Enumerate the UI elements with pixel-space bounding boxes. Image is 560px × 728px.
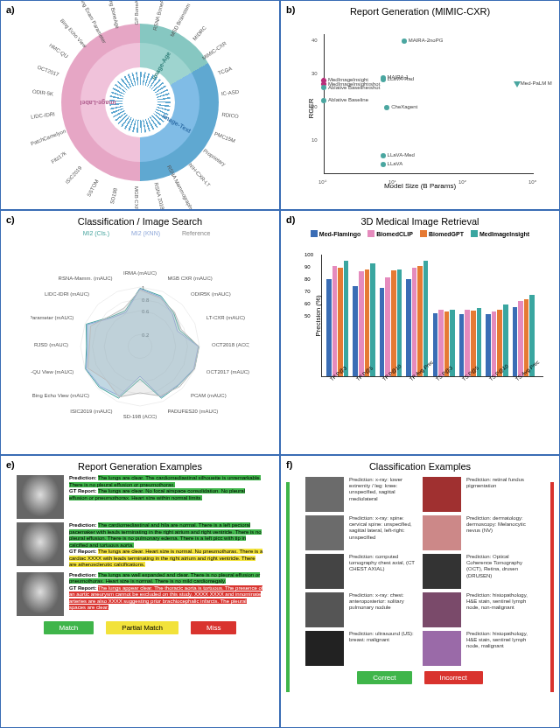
figure-grid: a) Image-AgeImage-TextImage-Label GP Bon…: [0, 0, 560, 728]
svg-text:RJSD (mAUC): RJSD (mAUC): [34, 342, 68, 347]
bar: [359, 271, 364, 376]
svg-text:HMC-QU View (mAUC): HMC-QU View (mAUC): [31, 369, 74, 374]
panel-c-legend: MI2 (Cls.) MI2 (KNN) Reference: [6, 230, 274, 236]
scatter-point: [381, 153, 386, 158]
bar: [417, 266, 423, 376]
scatter-point: [384, 105, 389, 110]
incorrect-bar: [550, 482, 554, 692]
sunburst-dataset-label: ODIR-5K: [32, 89, 53, 97]
radar-chart: 0.20.60.81IRMA (mAUC)MGB CXR (mAUC)ODIR5…: [31, 252, 249, 436]
panel-c: c) Classification / Image Search MI2 (Cl…: [0, 210, 280, 455]
cls-thumbnail: [305, 631, 344, 666]
panel-b-title: Report Generation (MIMIC-CXR): [286, 6, 554, 17]
svg-text:PCAM (mAUC): PCAM (mAUC): [191, 393, 227, 398]
scatter-point: [321, 98, 326, 103]
svg-text:OCT2017 (mAUC): OCT2017 (mAUC): [206, 369, 249, 374]
bar: [486, 314, 491, 376]
bar: [370, 263, 375, 376]
bar: [380, 288, 385, 376]
bar: [424, 261, 429, 376]
panel-b: b) Report Generation (MIMIC-CXR) Model S…: [280, 0, 560, 210]
legend-match: Match: [44, 621, 94, 634]
y-tick: 40: [312, 38, 318, 43]
panel-e-title: Report Generation Examples: [6, 461, 274, 472]
cls-thumbnail: [305, 477, 344, 512]
report-example-row: Prediction: The lungs are clear. The car…: [17, 475, 263, 519]
panel-e-legend: Match Partial Match Miss: [6, 621, 274, 634]
sunburst-dataset-label: MGB CXR: [134, 186, 139, 210]
bar-group: [353, 255, 374, 376]
cls-prediction: Prediction: histopathology, H&E stain, s…: [466, 631, 535, 666]
legend-partial: Partial Match: [106, 621, 178, 634]
scatter-chart: Model Size (B Params) RGER MedImageInsig…: [298, 25, 542, 192]
panel-c-label: c): [6, 214, 15, 225]
bar: [338, 268, 343, 376]
svg-text:Exam Parameter (mAUC): Exam Parameter (mAUC): [31, 315, 74, 320]
sunburst-dataset-label: TCGA: [217, 66, 233, 76]
sunburst-dataset-label: LIDC-IDRI: [31, 111, 55, 119]
bar-group: [380, 255, 402, 376]
bar: [326, 279, 332, 376]
panel-f: f) Classification Examples Prediction: x…: [280, 455, 560, 728]
scatter-point-label: Med-PaLM M: [521, 80, 552, 86]
cls-prediction: Prediction: histopathology, H&E stain, s…: [466, 592, 535, 627]
cls-prediction: Prediction: x-ray: spine: cervical spine…: [349, 515, 417, 550]
legend-item: MI2 (Cls.): [70, 230, 109, 236]
scatter-point-label: Ablative Baseline₅shot: [328, 84, 380, 90]
panel-f-title: Classification Examples: [286, 461, 554, 472]
bar: [433, 313, 438, 376]
sunburst-dataset-label: RSNA 2018: [153, 182, 164, 210]
legend-incorrect: Incorrect: [424, 671, 483, 684]
panel-e: e) Report Generation Examples Prediction…: [0, 455, 280, 728]
x-tick: 10³: [528, 179, 536, 185]
scatter-point: [381, 77, 386, 82]
panel-d-label: d): [286, 214, 295, 225]
svg-text:RSNA-Mamm. (mAUC): RSNA-Mamm. (mAUC): [59, 276, 113, 281]
bar-group: [406, 255, 428, 376]
bar: [391, 270, 396, 376]
bar: [332, 266, 338, 376]
sunburst-ring-text: Image-Label: [80, 100, 116, 106]
report-example-row: Prediction: The lungs are well expanded …: [17, 572, 263, 616]
legend-item: BiomedGPT: [420, 230, 464, 237]
report-text: Prediction: The lungs are well expanded …: [69, 572, 263, 616]
bar: [406, 279, 411, 376]
bar: [385, 277, 390, 376]
bar-group: [486, 255, 508, 376]
y-tick: 10: [312, 137, 318, 143]
xray-thumbnail: [17, 572, 64, 616]
correct-bar: [286, 482, 290, 692]
cls-prediction: Prediction: retinal fundus pigmentation: [466, 477, 535, 512]
bar: [353, 286, 358, 376]
bar: [524, 299, 529, 376]
xray-thumbnail: [17, 522, 64, 566]
svg-text:PADUFES20 (mAUC): PADUFES20 (mAUC): [167, 409, 218, 414]
cls-thumbnail: [305, 554, 344, 589]
sunburst-center: [122, 85, 158, 120]
report-text: Prediction: The lungs are clear. The car…: [69, 475, 263, 519]
y-tick: 60: [304, 301, 311, 306]
legend-miss: Miss: [191, 621, 236, 634]
y-axis-label: Precision (%): [314, 295, 322, 337]
svg-text:SD-198 (ACC): SD-198 (ACC): [123, 414, 158, 419]
panel-a-label: a): [6, 4, 15, 15]
panel-f-legend: Correct Incorrect: [286, 671, 554, 684]
classification-grid: Prediction: x-ray: lower extremity / leg…: [305, 477, 535, 666]
panel-d: d) 3D Medical Image Retrieval Med-Flamin…: [280, 210, 560, 455]
svg-text:IRMA (mAUC): IRMA (mAUC): [123, 270, 157, 276]
sunburst-dataset-label: GP BoneAge: [134, 0, 139, 24]
scatter-point-label: LLaVA-Rad: [388, 76, 415, 81]
cls-thumbnail: [305, 592, 344, 627]
svg-text:LIDC-IDRI (mAUC): LIDC-IDRI (mAUC): [45, 291, 89, 297]
panel-c-title: Classification / Image Search: [6, 216, 274, 227]
scatter-point-label: LLaVA: [388, 161, 403, 166]
bar: [518, 301, 523, 376]
svg-text:Bing Echo View (mAUC): Bing Echo View (mAUC): [32, 393, 89, 398]
legend-item: MedImageInsight: [471, 230, 529, 237]
xray-thumbnail: [17, 475, 64, 519]
bar: [459, 314, 465, 376]
bar: [344, 261, 349, 376]
x-tick: 10²: [458, 179, 466, 185]
legend-item: MI2 (KNN): [118, 230, 160, 236]
svg-text:MGB CXR (mAUC): MGB CXR (mAUC): [167, 276, 212, 281]
